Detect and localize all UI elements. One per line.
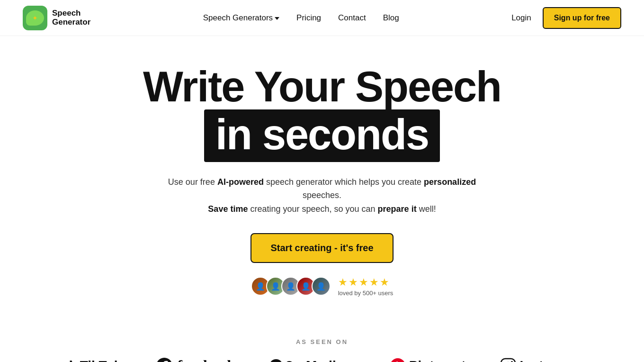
- hero-section: Write Your Speech in seconds Use our fre…: [0, 36, 644, 316]
- logo-text-bottom: Generator: [52, 18, 90, 27]
- brand-medium: Medium: [269, 358, 356, 362]
- medium-label: Medium: [306, 358, 356, 362]
- logo-text: Speech Generator: [52, 9, 90, 27]
- tiktok-icon: [61, 358, 76, 362]
- avatar: 👤: [312, 277, 331, 296]
- chevron-down-icon: [275, 17, 279, 20]
- logo-bubble: [26, 10, 44, 26]
- cta-button[interactable]: Start creating - it's free: [250, 233, 393, 263]
- navbar: Speech Generator Speech Generators Prici…: [0, 0, 644, 36]
- svg-rect-0: [501, 359, 515, 362]
- hero-title-highlight: in seconds: [204, 109, 440, 162]
- facebook-label: facebook: [177, 357, 235, 362]
- loved-text: loved by 500+ users: [338, 290, 394, 297]
- as-seen-label: AS SEEN ON: [296, 338, 348, 345]
- instagram-icon: [500, 358, 516, 362]
- brand-tiktok: TikTok: [61, 358, 122, 362]
- star-icon: ★: [380, 276, 389, 289]
- tiktok-label: TikTok: [80, 358, 122, 362]
- stars: ★ ★ ★ ★ ★: [338, 276, 389, 289]
- social-proof: 👤 👤 👤 👤 👤 ★ ★ ★ ★ ★ loved by 500+ users: [251, 276, 394, 297]
- hero-title: Write Your Speech in seconds: [143, 64, 501, 162]
- logo-icon: [23, 6, 47, 30]
- medium-icon: [269, 359, 302, 362]
- nav-blog[interactable]: Blog: [383, 13, 399, 23]
- stars-group: ★ ★ ★ ★ ★ loved by 500+ users: [338, 276, 394, 297]
- hero-subtitle: Use our free AI-powered speech generator…: [161, 175, 483, 216]
- login-button[interactable]: Login: [511, 13, 531, 23]
- avatars: 👤 👤 👤 👤 👤: [251, 277, 331, 296]
- as-seen-on-section: AS SEEN ON TikTok facebook Medium: [0, 338, 644, 362]
- facebook-icon: [155, 357, 173, 362]
- brand-pinterest: Pinterest: [390, 358, 466, 362]
- pinterest-icon: [390, 358, 405, 362]
- pinterest-label: Pinterest: [409, 358, 466, 362]
- nav-speech-generators[interactable]: Speech Generators: [203, 13, 279, 23]
- nav-actions: Login Sign up for free: [511, 7, 621, 29]
- star-icon: ★: [369, 276, 379, 289]
- star-icon: ★: [359, 276, 368, 289]
- star-icon: ★: [338, 276, 348, 289]
- star-icon: ★: [349, 276, 358, 289]
- nav-links: Speech Generators Pricing Contact Blog: [203, 13, 399, 23]
- nav-contact[interactable]: Contact: [338, 13, 366, 23]
- logo-link[interactable]: Speech Generator: [23, 6, 90, 30]
- nav-pricing[interactable]: Pricing: [296, 13, 321, 23]
- brand-logos: TikTok facebook Medium Pint: [61, 357, 583, 362]
- signup-button[interactable]: Sign up for free: [543, 7, 621, 29]
- brand-instagram: Instagram: [500, 358, 583, 362]
- brand-facebook: facebook: [155, 357, 235, 362]
- instagram-label: Instagram: [520, 358, 583, 362]
- logo-text-top: Speech: [52, 9, 90, 18]
